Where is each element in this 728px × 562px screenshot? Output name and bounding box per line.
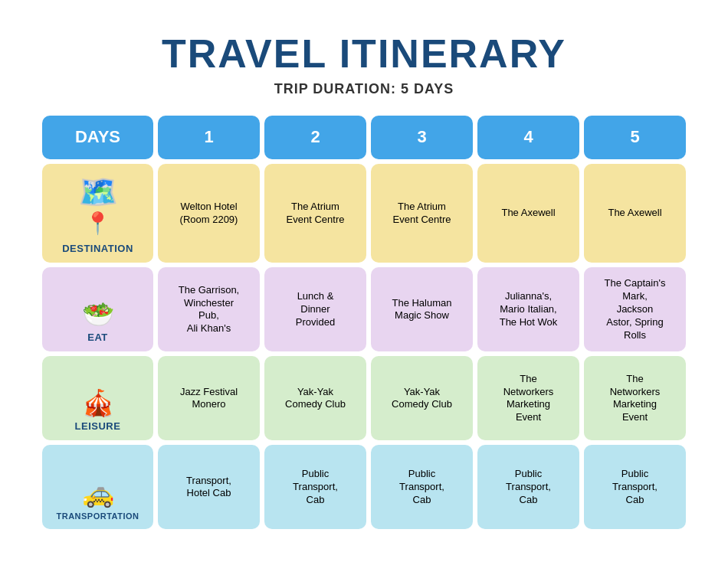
leisure-day3: Yak-Yak Comedy Club xyxy=(371,356,473,440)
transport-day4: Public Transport, Cab xyxy=(477,445,579,529)
header-day5: 5 xyxy=(584,116,686,159)
transport-day1: Transport, Hotel Cab xyxy=(158,445,260,529)
destination-icon: 🗺️ xyxy=(78,172,118,214)
header-days: DAYS xyxy=(42,116,153,159)
eat-icon: 🥗 xyxy=(82,301,114,327)
dest-day4: The Axewell xyxy=(477,164,579,263)
leisure-day2: Yak-Yak Comedy Club xyxy=(264,356,366,440)
itinerary-grid: DAYS 1 2 3 4 5 🗺️ 📍 DESTINATION Welton H… xyxy=(42,116,686,529)
leisure-day4: The Networkers Marketing Event xyxy=(477,356,579,440)
leisure-day1: Jazz Festival Monero xyxy=(158,356,260,440)
header-day1: 1 xyxy=(158,116,260,159)
header-day2: 2 xyxy=(264,116,366,159)
transport-day2: Public Transport, Cab xyxy=(264,445,366,529)
eat-day3: The Haluman Magic Show xyxy=(371,267,473,351)
trip-duration: TRIP DURATION: 5 DAYS xyxy=(42,81,686,97)
eat-label: EAT xyxy=(87,332,108,345)
eat-day1: The Garrison, Winchester Pub, Ali Khan's xyxy=(158,267,260,351)
category-destination: 🗺️ 📍 DESTINATION xyxy=(42,164,153,263)
dest-day5: The Axewell xyxy=(584,164,686,263)
transport-day5: Public Transport, Cab xyxy=(584,445,686,529)
eat-day4: Julianna's, Mario Italian, The Hot Wok xyxy=(477,267,579,351)
eat-day5: The Captain's Mark, Jackson Astor, Sprin… xyxy=(584,267,686,351)
dest-day1: Welton Hotel (Room 2209) xyxy=(158,164,260,263)
leisure-icon: 🎪 xyxy=(82,390,114,416)
transportation-icon: 🚕 xyxy=(82,480,114,506)
dest-day3: The Atrium Event Centre xyxy=(371,164,473,263)
category-eat: 🥗 EAT xyxy=(42,267,153,351)
dest-day2: The Atrium Event Centre xyxy=(264,164,366,263)
header-day4: 4 xyxy=(477,116,579,159)
transportation-label: TRANSPORTATION xyxy=(56,511,139,521)
destination-label: DESTINATION xyxy=(62,243,133,256)
destination-pin-icon: 📍 xyxy=(84,210,111,237)
category-leisure: 🎪 LEISURE xyxy=(42,356,153,440)
main-container: TRAVEL ITINERARY TRIP DURATION: 5 DAYS D… xyxy=(19,15,709,552)
eat-day2: Lunch & Dinner Provided xyxy=(264,267,366,351)
leisure-day5: The Networkers Marketing Event xyxy=(584,356,686,440)
leisure-label: LEISURE xyxy=(75,420,121,433)
category-transportation: 🚕 TRANSPORTATION xyxy=(42,445,153,529)
page-title: TRAVEL ITINERARY xyxy=(42,31,686,77)
header-day3: 3 xyxy=(371,116,473,159)
transport-day3: Public Transport, Cab xyxy=(371,445,473,529)
